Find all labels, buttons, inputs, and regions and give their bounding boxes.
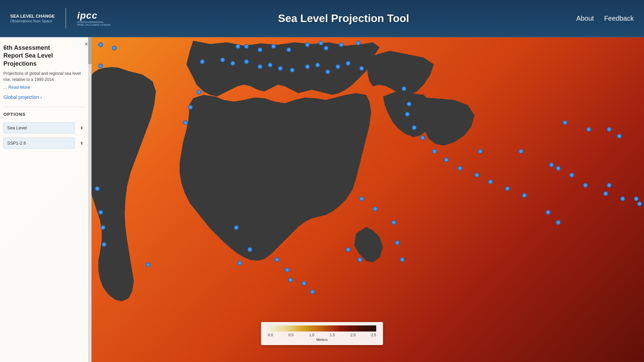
tide-gauge-dot[interactable] <box>519 149 523 154</box>
sea-level-logo: SEA LEVEL CHANGE Observations from Space <box>10 14 55 23</box>
tide-gauge-dot[interactable] <box>237 261 242 265</box>
tide-gauge-dot[interactable] <box>258 47 262 52</box>
about-link[interactable]: About <box>576 15 594 22</box>
scenario-select[interactable]: SSP1-2.6 SSP2-4.5 SSP3-7.0 SSP5-8.5 <box>3 137 75 149</box>
tide-gauge-dot[interactable] <box>586 127 591 132</box>
tide-gauge-dot[interactable] <box>391 220 396 225</box>
tide-gauge-dot[interactable] <box>336 64 340 69</box>
tide-gauge-dot[interactable] <box>102 242 106 247</box>
tide-gauge-dot[interactable] <box>324 46 328 50</box>
tide-gauge-dot[interactable] <box>405 112 410 116</box>
tide-gauge-dot[interactable] <box>271 44 276 49</box>
tide-gauge-dot[interactable] <box>112 46 117 50</box>
tide-gauge-dot[interactable] <box>98 210 103 215</box>
tide-gauge-dot[interactable] <box>285 268 289 272</box>
tide-gauge-dot[interactable] <box>286 47 291 52</box>
tide-gauge-dot[interactable] <box>288 278 293 282</box>
color-legend: 0.0 0.5 1.0 1.5 2.0 2.5 Meters <box>261 322 383 345</box>
tide-gauge-dot[interactable] <box>359 196 364 201</box>
tide-gauge-dot[interactable] <box>346 61 350 66</box>
tide-gauge-dot[interactable] <box>244 44 249 49</box>
global-projection-link[interactable]: Global projection › <box>3 94 86 100</box>
tide-gauge-dot[interactable] <box>310 290 315 294</box>
tide-gauge-dot[interactable] <box>546 210 550 215</box>
tide-gauge-dot[interactable] <box>563 120 567 125</box>
tide-gauge-dot[interactable] <box>346 247 350 252</box>
tide-gauge-dot[interactable] <box>247 247 252 252</box>
tide-gauge-dot[interactable] <box>188 105 193 110</box>
tide-gauge-dot[interactable] <box>290 68 295 72</box>
tide-gauge-dot[interactable] <box>200 59 205 64</box>
tide-gauge-dot[interactable] <box>315 63 320 67</box>
tide-gauge-dot[interactable] <box>278 66 283 71</box>
tide-gauge-dot[interactable] <box>220 58 225 62</box>
tide-gauge-dot[interactable] <box>268 63 273 67</box>
tide-gauge-dot[interactable] <box>236 44 240 49</box>
legend-label-5: 2.5 <box>371 333 376 337</box>
app-title: Sea Level Projection Tool <box>278 12 409 24</box>
tide-gauge-dot[interactable] <box>522 193 527 198</box>
tide-gauge-dot[interactable] <box>244 59 249 64</box>
tide-gauge-dot[interactable] <box>432 149 437 154</box>
tide-gauge-dot[interactable] <box>146 262 150 267</box>
tide-gauge-dot[interactable] <box>359 66 364 71</box>
tide-gauge-dot[interactable] <box>101 225 105 230</box>
tide-gauge-dot[interactable] <box>402 86 406 91</box>
tide-gauge-dot[interactable] <box>230 61 235 66</box>
tide-gauge-dot[interactable] <box>98 42 103 47</box>
tide-gauge-dot[interactable] <box>556 220 561 225</box>
close-button[interactable]: × <box>84 41 88 48</box>
tide-gauge-dot[interactable] <box>407 102 411 106</box>
tide-gauge-dot[interactable] <box>197 90 201 94</box>
tide-gauge-dot[interactable] <box>358 257 362 262</box>
tide-gauge-dot[interactable] <box>634 196 639 201</box>
tide-gauge-dot[interactable] <box>98 64 103 68</box>
tide-gauge-dot[interactable] <box>556 166 561 171</box>
tide-gauge-dot[interactable] <box>603 191 608 196</box>
tide-gauge-dot[interactable] <box>373 207 378 211</box>
map-container[interactable]: 0.0 0.5 1.0 1.5 2.0 2.5 Meters <box>0 37 644 362</box>
sidebar-scrollbar[interactable] <box>88 37 92 362</box>
tide-gauge-dot[interactable] <box>607 127 611 132</box>
tide-gauge-dot[interactable] <box>583 183 588 188</box>
tide-gauge-dot[interactable] <box>488 179 493 184</box>
read-more-link[interactable]: ... Read More <box>3 85 86 90</box>
tide-gauge-dot[interactable] <box>420 135 425 140</box>
tide-gauge-dot[interactable] <box>505 186 510 191</box>
tide-gauge-dot[interactable] <box>617 134 622 139</box>
tide-gauge-dot[interactable] <box>305 42 310 47</box>
tide-gauge-dot[interactable] <box>302 281 306 286</box>
tide-gauge-dot[interactable] <box>458 166 462 171</box>
tide-gauge-dot[interactable] <box>412 125 417 130</box>
tide-gauge-dot[interactable] <box>444 157 449 162</box>
tide-gauge-dot[interactable] <box>95 186 100 191</box>
tide-gauge-dot[interactable] <box>234 225 239 230</box>
tide-gauge-dot[interactable] <box>258 64 262 69</box>
sea-level-select[interactable]: Sea Level Mean Sea Level Extreme Sea Lev… <box>3 122 75 133</box>
tide-gauge-dot[interactable] <box>325 69 330 74</box>
tide-gauge-dot[interactable] <box>400 257 405 262</box>
app-header: SEA LEVEL CHANGE Observations from Space… <box>0 0 644 37</box>
feedback-link[interactable]: Feedback <box>604 15 634 22</box>
tide-gauge-dot[interactable] <box>356 41 361 45</box>
tide-gauge-dot[interactable] <box>319 41 323 45</box>
tide-gauge-dot[interactable] <box>475 173 479 177</box>
panel-title: 6th AssessmentReport Sea LevelProjection… <box>3 44 86 68</box>
tide-gauge-dot[interactable] <box>549 163 554 167</box>
tide-gauge-dot[interactable] <box>395 240 400 245</box>
tide-gauge-dot[interactable] <box>339 42 344 47</box>
tide-gauge-dot[interactable] <box>569 173 574 177</box>
tide-gauge-dot[interactable] <box>478 149 483 154</box>
scrollbar-thumb[interactable] <box>88 37 92 64</box>
options-label: OPTIONS <box>3 107 86 117</box>
tide-gauge-dot[interactable] <box>305 64 310 69</box>
tide-gauge-dot[interactable] <box>620 196 625 201</box>
tide-gauge-dot[interactable] <box>607 183 611 188</box>
legend-label-4: 2.0 <box>350 333 356 337</box>
tide-gauge-dot[interactable] <box>637 201 642 206</box>
logo-area: SEA LEVEL CHANGE Observations from Space… <box>10 8 111 28</box>
header-center: Sea Level Projection Tool <box>111 12 576 25</box>
continents-svg <box>0 37 644 362</box>
tide-gauge-dot[interactable] <box>183 120 188 125</box>
tide-gauge-dot[interactable] <box>275 257 279 262</box>
